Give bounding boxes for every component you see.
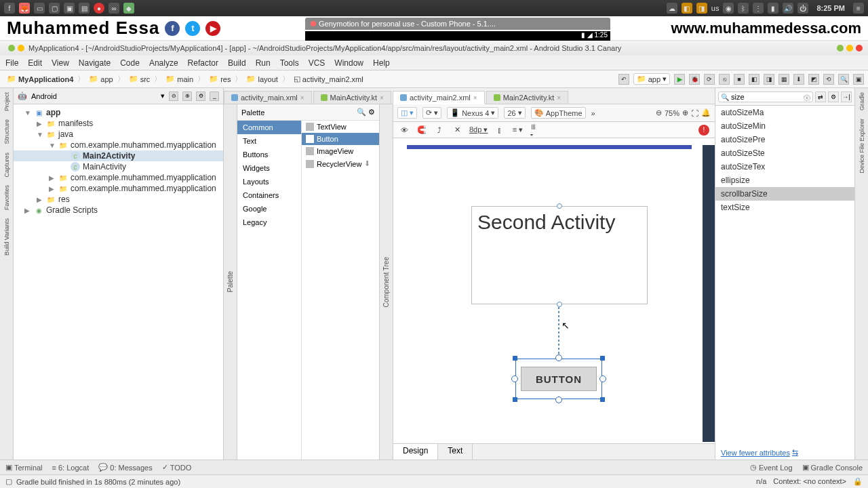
tree-res[interactable]: res xyxy=(58,195,70,204)
bottom-terminal[interactable]: ▣ Terminal xyxy=(5,463,43,472)
theme-selector[interactable]: 🎨 AppTheme xyxy=(531,107,586,119)
tray1-icon[interactable]: ◧ xyxy=(682,3,692,14)
files-icon[interactable]: ▭ xyxy=(34,3,45,14)
menu-view[interactable]: View xyxy=(52,58,69,68)
tree-app[interactable]: app xyxy=(46,108,60,117)
traffic-green-icon[interactable] xyxy=(837,45,844,52)
menu-edit[interactable]: Edit xyxy=(28,58,42,68)
tree-pkg2[interactable]: com.example.muhammed.myapplication xyxy=(71,173,216,182)
profile-button[interactable]: ⟳ xyxy=(704,74,715,85)
tab-mainactivity-kt[interactable]: MainActivity.kt× xyxy=(313,91,391,104)
menu-file[interactable]: File xyxy=(5,58,18,68)
attr-autosizemin[interactable]: autoSizeMin xyxy=(715,119,854,133)
palette-gear-icon[interactable]: ⚙ xyxy=(368,108,375,116)
side-project[interactable]: Project xyxy=(3,92,10,111)
item-textview[interactable]: TextView xyxy=(302,121,379,133)
tb3-icon[interactable]: ◩ xyxy=(808,74,819,85)
more-icon[interactable]: » xyxy=(591,109,595,117)
tb4-icon[interactable]: ▣ xyxy=(853,74,864,85)
attr-autosizetex[interactable]: autoSizeTex xyxy=(715,160,854,174)
tree-mainactivity[interactable]: MainActivity xyxy=(83,162,126,171)
clear-search-icon[interactable]: ⓧ xyxy=(804,94,810,103)
bottom-logcat[interactable]: ≡ 6: Logcat xyxy=(52,464,90,472)
canvas-textview[interactable]: Second Activity xyxy=(471,206,648,304)
hide-icon[interactable]: ⎯ xyxy=(210,92,219,101)
firefox-icon[interactable]: 🦊 xyxy=(19,3,30,14)
menu-navigate[interactable]: Navigate xyxy=(79,58,111,68)
side-buildvar[interactable]: Build Variants xyxy=(3,218,10,256)
component-tree-strip[interactable]: Component Tree xyxy=(380,104,393,460)
cloud-icon[interactable]: ☁ xyxy=(667,3,677,14)
pack-icon[interactable]: ⫿ xyxy=(494,125,505,136)
tree-pkg1[interactable]: com.example.muhammed.myapplication xyxy=(71,140,216,150)
bottom-eventlog[interactable]: ◷ Event Log xyxy=(750,463,793,472)
connect-icon[interactable]: ⤴ xyxy=(434,125,445,136)
cat-buttons[interactable]: Buttons xyxy=(237,148,301,161)
bottom-messages[interactable]: 💬 0: Messages xyxy=(98,463,152,472)
app-icon[interactable]: ▣ xyxy=(64,3,75,14)
run-config[interactable]: 📁 app ▾ xyxy=(633,73,670,85)
genymotion-tab[interactable]: Genymotion for personal use - Custom Pho… xyxy=(305,18,610,30)
crumb-main[interactable]: 📁 main xyxy=(163,75,196,83)
twitter-icon[interactable]: t xyxy=(185,21,200,36)
tree-pkg3[interactable]: com.example.muhammed.myapplication xyxy=(71,184,216,193)
project-view-selector[interactable]: Android xyxy=(31,92,157,100)
api-selector[interactable]: 26 ▾ xyxy=(504,107,525,119)
align-icon[interactable]: ≡ ▾ xyxy=(512,125,523,136)
orientation-icon[interactable]: ⟳ ▾ xyxy=(422,107,441,119)
crumb-layout[interactable]: 📁 layout xyxy=(243,75,280,83)
attr-ellipsize[interactable]: ellipsize xyxy=(715,174,854,187)
attr-textsize[interactable]: textSize xyxy=(715,201,854,214)
eye-icon[interactable]: 👁 xyxy=(399,125,410,136)
tab-design[interactable]: Design xyxy=(393,444,438,460)
tb1-icon[interactable]: ◧ xyxy=(749,74,760,85)
tree-manifests[interactable]: manifests xyxy=(58,119,93,128)
menu-window[interactable]: Window xyxy=(334,58,363,68)
vol-icon[interactable]: 🔊 xyxy=(783,3,793,14)
rec-icon[interactable]: ● xyxy=(94,3,104,14)
attr-autosizeste[interactable]: autoSizeSte xyxy=(715,146,854,160)
handle-top-icon[interactable] xyxy=(557,203,562,209)
sync-button[interactable]: ⟲ xyxy=(823,74,834,85)
attr-search-input[interactable]: 🔍 size ⓧ xyxy=(718,92,813,102)
tab-text[interactable]: Text xyxy=(438,444,473,460)
traffic-yellow-icon[interactable] xyxy=(846,45,853,52)
menu-run[interactable]: Run xyxy=(256,58,271,68)
debug-button[interactable]: 🐞 xyxy=(689,74,700,85)
palette-strip[interactable]: Palette xyxy=(224,104,237,460)
youtube-icon[interactable]: ▶ xyxy=(205,21,220,36)
bt-icon[interactable]: ᛒ xyxy=(738,3,749,14)
tray2-icon[interactable]: ◨ xyxy=(696,3,707,14)
batt-icon[interactable]: ▮ xyxy=(768,3,778,14)
stop-button[interactable]: ■ xyxy=(734,74,745,85)
cat-widgets[interactable]: Widgets xyxy=(237,161,301,175)
cat-legacy[interactable]: Legacy xyxy=(237,216,301,229)
menu-tools[interactable]: Tools xyxy=(280,58,299,68)
clock[interactable]: 8:25 PM xyxy=(816,4,845,12)
keyboard-lang[interactable]: us xyxy=(711,4,719,12)
guide-icon[interactable]: ⫼ ▾ xyxy=(530,125,540,136)
window-min-icon[interactable] xyxy=(8,45,15,52)
bottom-gradleconsole[interactable]: ▣ Gradle Console xyxy=(802,463,863,472)
side-device-explorer[interactable]: Device File Explorer xyxy=(859,119,865,174)
menu-analyze[interactable]: Analyze xyxy=(149,58,178,68)
design-canvas[interactable]: Second Activity ↖ xyxy=(393,138,715,443)
expand-icon[interactable]: ⊕ xyxy=(182,92,192,101)
attr-scrollbarsize[interactable]: scrollbarSize xyxy=(715,187,854,201)
design-mode-icon[interactable]: ◫ ▾ xyxy=(397,107,417,119)
crumb-project[interactable]: 📁 MyApplication4 xyxy=(4,75,76,83)
facebook-icon[interactable]: f xyxy=(165,21,180,36)
cat-text[interactable]: Text xyxy=(237,134,301,148)
tree-main2activity[interactable]: Main2Activity xyxy=(83,151,135,161)
tree-gradle[interactable]: Gradle Scripts xyxy=(46,205,98,215)
cat-containers[interactable]: Containers xyxy=(237,188,301,202)
side-favorites[interactable]: Favorites xyxy=(3,185,10,210)
app4-icon[interactable]: ◆ xyxy=(123,3,134,14)
cat-google[interactable]: Google xyxy=(237,202,301,216)
bottom-todo[interactable]: ✓ TODO xyxy=(162,463,192,472)
run-button[interactable]: ▶ xyxy=(674,74,685,85)
menu-refactor[interactable]: Refactor xyxy=(188,58,218,68)
tab-activity-main2[interactable]: activity_main2.xml× xyxy=(393,91,485,104)
device-selector[interactable]: 📱 Nexus 4 ▾ xyxy=(447,107,498,119)
crumb-src[interactable]: 📁 src xyxy=(126,75,153,83)
